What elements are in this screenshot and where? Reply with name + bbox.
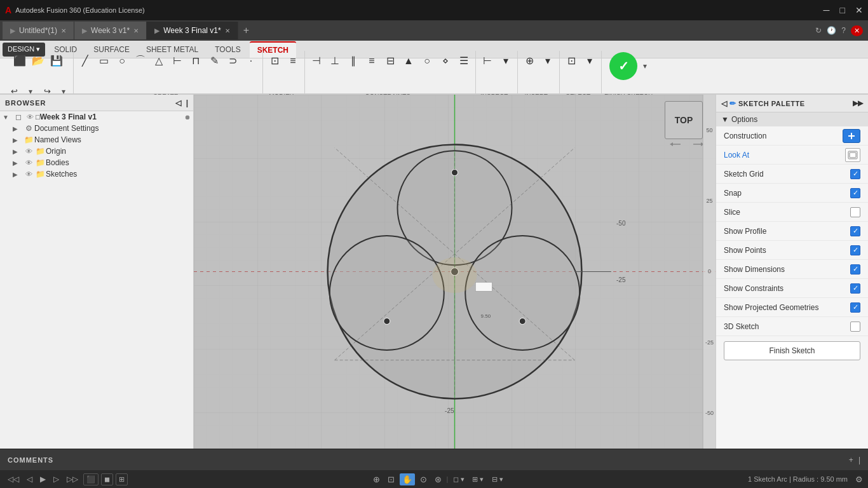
nav-btn-play[interactable]: ▶ bbox=[37, 473, 48, 485]
view-pan[interactable]: ⊡ bbox=[385, 473, 397, 485]
insert-more[interactable]: ▾ bbox=[539, 52, 557, 70]
lookat-btn[interactable] bbox=[845, 148, 860, 162]
tab-close-final[interactable]: ✕ bbox=[225, 27, 230, 34]
arc-tool[interactable]: ⌒ bbox=[132, 52, 149, 70]
comments-pin-btn[interactable]: | bbox=[858, 456, 860, 464]
close-btn[interactable]: ✕ bbox=[855, 5, 863, 15]
slice-checkbox[interactable] bbox=[850, 207, 860, 217]
user-avatar[interactable]: ✕ bbox=[851, 25, 863, 36]
c7[interactable]: ○ bbox=[418, 52, 436, 70]
root-eye[interactable]: 👁 bbox=[24, 113, 36, 121]
lookat-label[interactable]: Look At bbox=[724, 151, 749, 159]
c6[interactable]: ▲ bbox=[400, 52, 417, 70]
nav-btn-back[interactable]: ◁◁ bbox=[5, 473, 22, 485]
view-grid-toggle[interactable]: ⊞ ▾ bbox=[470, 474, 486, 485]
tab-action-refresh[interactable]: ↻ bbox=[815, 26, 822, 35]
new-tab-btn[interactable]: + bbox=[238, 25, 254, 36]
tab-action-clock[interactable]: 🕐 bbox=[827, 26, 836, 35]
slot-tool[interactable]: ⊓ bbox=[187, 52, 205, 70]
browser-origin[interactable]: ▶ 👁 📁 Origin bbox=[0, 146, 193, 157]
bodies-eye[interactable]: 👁 bbox=[23, 159, 34, 166]
view-measure[interactable]: ⊛ bbox=[432, 473, 444, 485]
3d-sketch-checkbox[interactable] bbox=[850, 322, 860, 332]
view-fit[interactable]: ⊙ bbox=[417, 473, 430, 485]
poly-tool[interactable]: △ bbox=[150, 52, 168, 70]
tab-week3final[interactable]: ▶ Week 3 Final v1* ✕ bbox=[147, 22, 238, 39]
tab-untitled[interactable]: ▶ Untitled*(1) ✕ bbox=[3, 22, 74, 39]
origin-eye[interactable]: 👁 bbox=[23, 147, 34, 155]
finish-sketch-dropdown[interactable]: ▾ bbox=[638, 59, 652, 73]
spline-tool[interactable]: ✎ bbox=[205, 52, 223, 70]
nv-expand[interactable]: ▶ bbox=[13, 137, 23, 144]
browser-doc-settings[interactable]: ▶ ⚙ Document Settings bbox=[0, 123, 193, 134]
grid-checkbox[interactable]: ✓ bbox=[850, 169, 860, 179]
c5[interactable]: ⊟ bbox=[381, 52, 399, 70]
sketches-expand[interactable]: ▶ bbox=[13, 171, 23, 178]
constraints-checkbox[interactable]: ✓ bbox=[850, 283, 860, 294]
view-display[interactable]: ◻ ▾ bbox=[451, 474, 467, 485]
browser-pin-btn[interactable]: | bbox=[186, 98, 188, 107]
projected-checkbox[interactable]: ✓ bbox=[850, 302, 860, 313]
view-zoom[interactable]: ✋ bbox=[400, 473, 415, 485]
root-expand-arrow[interactable]: ▼ bbox=[3, 114, 13, 121]
select-more[interactable]: ▾ bbox=[581, 52, 599, 70]
conic-tool[interactable]: ⊃ bbox=[224, 52, 241, 70]
browser-sketches[interactable]: ▶ 👁 📁 Sketches bbox=[0, 168, 193, 180]
minimize-btn[interactable]: ─ bbox=[824, 5, 830, 15]
origin-expand[interactable]: ▶ bbox=[13, 148, 23, 155]
point-tool[interactable]: · bbox=[242, 52, 260, 70]
view-orbit[interactable]: ⊕ bbox=[370, 473, 383, 485]
open-btn[interactable]: 📂 bbox=[29, 52, 47, 70]
c1[interactable]: ⊣ bbox=[308, 52, 325, 70]
inspect-tool[interactable]: ⊢ bbox=[478, 52, 496, 70]
c3[interactable]: ∥ bbox=[344, 52, 362, 70]
fillet-tool[interactable]: ⊡ bbox=[266, 52, 283, 70]
finish-sketch-toolbar-btn[interactable]: ✓ bbox=[609, 52, 637, 80]
root-record-btn[interactable]: ⏺ bbox=[184, 114, 191, 121]
save-btn[interactable]: 💾 bbox=[48, 52, 65, 70]
finish-sketch-palette-btn[interactable]: Finish Sketch bbox=[724, 341, 860, 360]
browser-named-views[interactable]: ▶ 📁 Named Views bbox=[0, 134, 193, 146]
doc-expand[interactable]: ▶ bbox=[13, 125, 23, 132]
construction-btn[interactable] bbox=[843, 129, 860, 143]
c8[interactable]: ⋄ bbox=[437, 52, 454, 70]
tab-close-untitled[interactable]: ✕ bbox=[61, 27, 66, 34]
modify-more[interactable]: ≡ bbox=[284, 52, 302, 70]
browser-collapse-btn[interactable]: ◁ bbox=[175, 98, 181, 107]
settings-btn[interactable]: ⚙ bbox=[855, 475, 863, 484]
profile-checkbox[interactable]: ✓ bbox=[850, 226, 860, 236]
bodies-expand[interactable]: ▶ bbox=[13, 159, 23, 166]
nav-btn-end[interactable]: ▷▷ bbox=[64, 473, 81, 485]
new-btn[interactable]: ⬛ bbox=[11, 52, 29, 70]
points-checkbox[interactable]: ✓ bbox=[850, 245, 860, 255]
maximize-btn[interactable]: □ bbox=[840, 5, 845, 15]
snap-checkbox[interactable]: ✓ bbox=[850, 188, 860, 198]
circle-tool[interactable]: ○ bbox=[113, 52, 131, 70]
nav-btn-next[interactable]: ▷ bbox=[51, 473, 62, 485]
tab-close-week3[interactable]: ✕ bbox=[133, 27, 139, 34]
view-more[interactable]: ⊟ ▾ bbox=[489, 474, 506, 485]
c9[interactable]: ☰ bbox=[455, 52, 473, 70]
tab-week3v1[interactable]: ▶ Week 3 v1* ✕ bbox=[74, 22, 147, 39]
browser-root-item[interactable]: ▼ ◻ 👁 □ Week 3 Final v1 ⏺ bbox=[0, 111, 193, 123]
rect-tool[interactable]: ▭ bbox=[95, 52, 112, 70]
palette-expand-btn[interactable]: ▶▶ bbox=[853, 99, 863, 107]
palette-collapse-icon[interactable]: ◁ bbox=[721, 99, 727, 108]
nav-btn-frame[interactable]: ◼ bbox=[101, 473, 113, 485]
browser-bodies[interactable]: ▶ 👁 📁 Bodies bbox=[0, 157, 193, 168]
tab-action-help[interactable]: ? bbox=[841, 26, 846, 35]
nav-btn-prev[interactable]: ◁ bbox=[24, 473, 35, 485]
c2[interactable]: ⊥ bbox=[326, 52, 344, 70]
insert-tool[interactable]: ⊕ bbox=[520, 52, 538, 70]
c4[interactable]: ≡ bbox=[363, 52, 381, 70]
dimensions-checkbox[interactable]: ✓ bbox=[850, 264, 860, 274]
options-section-header[interactable]: ▼ Options bbox=[716, 112, 868, 126]
nav-btn-grid[interactable]: ⊞ bbox=[116, 473, 128, 485]
inspect-more[interactable]: ▾ bbox=[497, 52, 515, 70]
select-tool[interactable]: ⊡ bbox=[562, 52, 580, 70]
nav-btn-keyframe[interactable]: ⬛ bbox=[83, 473, 98, 485]
comments-add-btn[interactable]: + bbox=[849, 456, 853, 464]
canvas-area[interactable]: -25 -50 -25 9.50 TOP bbox=[194, 95, 715, 449]
line-tool[interactable]: ╱ bbox=[76, 52, 94, 70]
viewcube-box[interactable]: TOP bbox=[665, 101, 703, 139]
